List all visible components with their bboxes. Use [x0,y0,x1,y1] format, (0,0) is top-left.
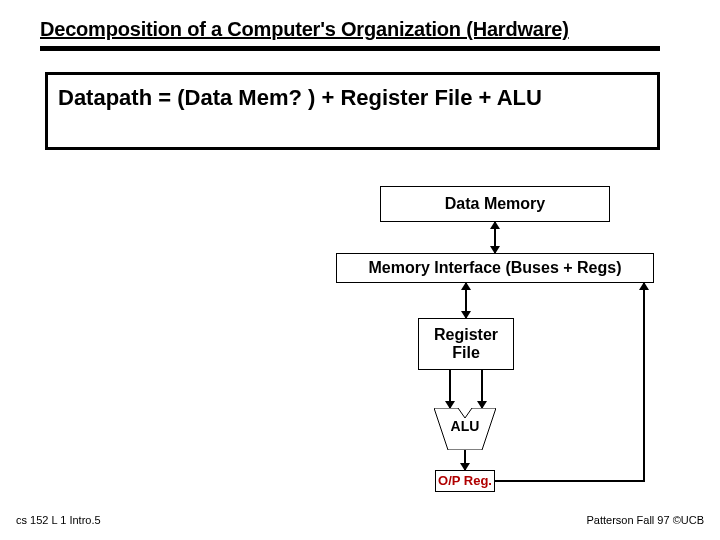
connector [643,283,645,482]
arrowhead-up-icon [461,282,471,290]
alu-label: ALU [434,418,496,434]
register-file-box: Register File [418,318,514,370]
data-memory-box: Data Memory [380,186,610,222]
footer-right: Patterson Fall 97 ©UCB [586,514,704,526]
register-file-label: Register File [434,326,498,361]
op-reg-box: O/P Reg. [435,470,495,492]
alu-box: ALU [434,408,496,450]
footer-left: cs 152 L 1 Intro.5 [16,514,101,526]
arrowhead-up-icon [490,221,500,229]
title-underline [40,46,660,51]
arrowhead-up-icon [639,282,649,290]
memory-interface-box: Memory Interface (Buses + Regs) [336,253,654,283]
connector [495,480,645,482]
formula-box: Datapath = (Data Mem? ) + Register File … [45,72,660,150]
slide-title: Decomposition of a Computer's Organizati… [40,18,569,41]
formula-text: Datapath = (Data Mem? ) + Register File … [58,85,542,110]
